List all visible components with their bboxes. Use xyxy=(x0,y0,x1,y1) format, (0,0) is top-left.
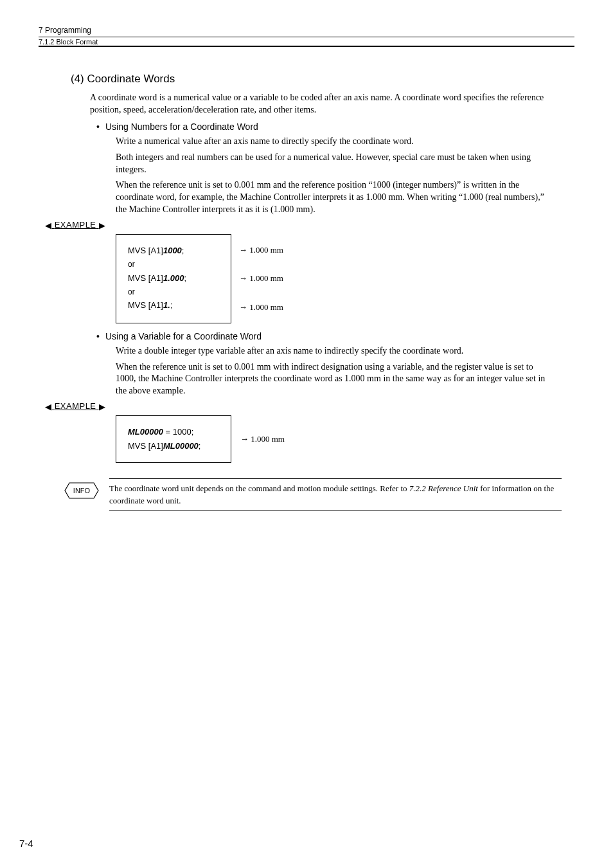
info-text-ref: 7.2.2 Reference Unit xyxy=(409,484,478,493)
svg-text:INFO: INFO xyxy=(73,487,91,494)
result-line: → 1.000 mm xyxy=(239,300,283,314)
sub2-p1: Write a double integer type variable aft… xyxy=(116,345,555,357)
example-label-2: ◀ EXAMPLE ▶ xyxy=(45,401,574,411)
sub1-p3: When the reference unit is set to 0.001 … xyxy=(116,179,555,216)
result-line: → 1.000 mm xyxy=(239,243,283,257)
triangle-left-icon: ◀ xyxy=(45,221,52,230)
example-label-text-1: EXAMPLE xyxy=(55,220,96,230)
example-2-code: ML00000 = 1000; MVS [A1]ML00000; xyxy=(116,415,231,463)
sub2-title: Using a Variable for a Coordinate Word xyxy=(105,331,262,341)
example-1: MVS [A1]1000; or MVS [A1]1.000; or MVS [… xyxy=(116,234,574,323)
bullet-icon: • xyxy=(96,122,105,132)
sub2-heading: •Using a Variable for a Coordinate Word xyxy=(96,331,574,341)
example-2-result: → 1.000 mm xyxy=(231,415,285,463)
info-text: The coordinate word unit depends on the … xyxy=(109,478,562,511)
result-line: → 1.000 mm xyxy=(240,434,285,444)
section-heading: (4) Coordinate Words xyxy=(71,73,574,86)
example-label-1: ◀ EXAMPLE ▶ xyxy=(45,220,574,230)
code-or: or xyxy=(128,285,219,298)
code-line: MVS [A1]1.; xyxy=(128,298,219,312)
triangle-left-icon: ◀ xyxy=(45,402,52,411)
info-icon: INFO xyxy=(64,482,99,502)
example-1-code: MVS [A1]1000; or MVS [A1]1.000; or MVS [… xyxy=(116,234,231,323)
sub2-p2: When the reference unit is set to 0.001 … xyxy=(116,361,555,398)
example-label-text-2: EXAMPLE xyxy=(55,401,96,411)
code-line: MVS [A1]ML00000; xyxy=(128,439,219,453)
info-text-pre: The coordinate word unit depends on the … xyxy=(109,484,409,493)
bullet-icon: • xyxy=(96,331,105,341)
triangle-right-icon: ▶ xyxy=(99,221,106,230)
sub1-p1: Write a numerical value after an axis na… xyxy=(116,136,555,148)
example-2: ML00000 = 1000; MVS [A1]ML00000; → 1.000… xyxy=(116,415,574,463)
header-chapter: 7 Programming xyxy=(39,26,574,35)
intro-paragraph: A coordinate word is a numerical value o… xyxy=(90,92,562,116)
page-number: 7-4 xyxy=(19,838,33,849)
triangle-right-icon: ▶ xyxy=(99,402,106,411)
result-line: → 1.000 mm xyxy=(239,271,283,285)
sub1-title: Using Numbers for a Coordinate Word xyxy=(105,122,258,132)
header-section: 7.1.2 Block Format xyxy=(39,37,574,47)
sub1-p2: Both integers and real numbers can be us… xyxy=(116,152,555,176)
code-or: or xyxy=(128,258,219,271)
code-line: ML00000 = 1000; xyxy=(128,425,219,439)
code-line: MVS [A1]1.000; xyxy=(128,271,219,285)
code-line: MVS [A1]1000; xyxy=(128,244,219,258)
sub1-heading: •Using Numbers for a Coordinate Word xyxy=(96,122,574,132)
example-1-results: → 1.000 mm . → 1.000 mm . → 1.000 mm xyxy=(231,234,291,323)
info-block: INFO The coordinate word unit depends on… xyxy=(64,478,562,511)
